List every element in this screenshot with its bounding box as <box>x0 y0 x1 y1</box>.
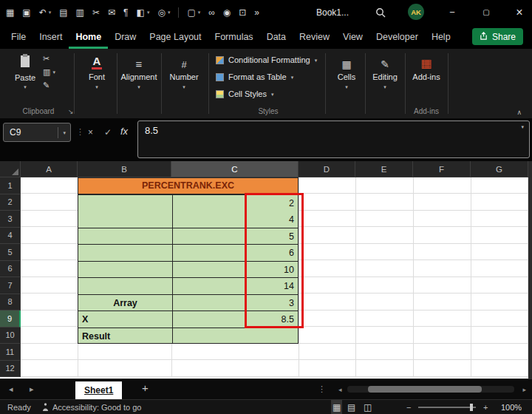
formula-bar-collapse-chevron-icon[interactable]: ▾ <box>521 124 524 129</box>
collapse-ribbon-chevron-icon[interactable]: ∧ <box>516 109 522 116</box>
zoom-slider-thumb[interactable] <box>470 404 473 411</box>
column-header-f[interactable]: F <box>413 161 471 177</box>
formula-bar-drag-handle[interactable]: ⋮ <box>76 127 84 137</box>
copy-button[interactable]: ▥ ▾ <box>43 68 55 76</box>
enter-entry-button[interactable]: ✓ <box>104 127 112 138</box>
add-sheet-button[interactable]: + <box>142 382 149 393</box>
zoom-in-button[interactable]: + <box>483 400 488 414</box>
row-header-12[interactable]: 12 <box>0 361 21 378</box>
tab-bar-menu-icon[interactable]: ⋮ <box>318 384 326 394</box>
name-box[interactable]: C9 ▾ <box>3 123 71 142</box>
row-header-8[interactable]: 8 <box>0 294 21 311</box>
more-commands-icon[interactable]: » <box>254 8 259 17</box>
tab-view[interactable]: View <box>336 24 369 49</box>
row-header-5[interactable]: 5 <box>0 244 21 261</box>
save-icon[interactable]: ▣ <box>22 8 30 17</box>
share-button[interactable]: Share <box>472 28 523 45</box>
clipboard-dialog-launcher-icon[interactable]: ↘ <box>68 108 74 115</box>
cell-b8-array-label[interactable]: Array <box>78 295 172 312</box>
select-all-button[interactable] <box>0 161 21 177</box>
cut-button[interactable]: ✂ <box>43 55 55 63</box>
column-header-a[interactable]: A <box>21 161 78 177</box>
row-header-10[interactable]: 10 <box>0 328 21 345</box>
hscroll-right-arrow-icon[interactable]: ▸ <box>522 386 526 393</box>
formatting-marks-icon[interactable]: ¶ <box>123 8 128 17</box>
undo-icon[interactable]: ↶ <box>39 8 47 17</box>
fill-color-icon[interactable]: ◧ <box>137 8 145 17</box>
insert-function-button[interactable]: fx <box>120 126 128 137</box>
close-button[interactable]: × <box>507 0 532 24</box>
column-header-g[interactable]: G <box>471 161 528 177</box>
sheet-tab-sheet1[interactable]: Sheet1 <box>75 381 122 399</box>
tab-draw[interactable]: Draw <box>108 24 143 49</box>
formula-input[interactable]: 8.5 ▾ <box>137 121 530 158</box>
row-header-11[interactable]: 11 <box>0 344 21 361</box>
column-header-b[interactable]: B <box>78 161 171 177</box>
paste-button[interactable]: Paste ▾ <box>9 53 41 89</box>
tab-help[interactable]: Help <box>425 24 457 49</box>
zoom-level[interactable]: 100% <box>501 400 522 414</box>
minimize-button[interactable]: − <box>440 0 465 24</box>
cell-area[interactable]: PERCENTRANK.EXC 2 4 5 6 10 14 3 8.5 Arra… <box>21 177 528 377</box>
zoom-slider[interactable] <box>418 407 476 408</box>
sheet-nav-right-icon[interactable]: ▸ <box>30 385 34 393</box>
row-header-1[interactable]: 1 <box>0 177 21 194</box>
number-group-button[interactable]: # Number ▾ <box>164 55 204 89</box>
column-header-c[interactable]: C <box>171 161 299 177</box>
tab-insert[interactable]: Insert <box>33 24 69 49</box>
alignment-group-button[interactable]: ≡ Alignment ▾ <box>119 55 159 89</box>
hscroll-left-arrow-icon[interactable]: ◂ <box>338 386 342 393</box>
mail-icon[interactable]: ✉ <box>108 8 115 17</box>
row-header-2[interactable]: 2 <box>0 194 21 211</box>
page-layout-view-icon[interactable]: ▤ <box>347 400 355 414</box>
new-file-icon[interactable]: ▢ <box>187 8 195 17</box>
cut-icon[interactable]: ✂ <box>92 8 100 17</box>
cancel-entry-button[interactable]: × <box>88 127 93 138</box>
print-icon[interactable]: ▤ <box>59 8 67 17</box>
camera-icon[interactable]: ◉ <box>223 8 231 17</box>
row-header-6[interactable]: 6 <box>0 261 21 278</box>
font-group-button[interactable]: A Font ▾ <box>77 55 117 89</box>
row-header-7[interactable]: 7 <box>0 277 21 294</box>
cells-group-button[interactable]: ▦ Cells ▾ <box>328 55 365 89</box>
sheet-nav-left-icon[interactable]: ◂ <box>9 385 13 393</box>
tab-developer[interactable]: Developer <box>369 24 425 49</box>
app-launcher-icon[interactable]: ▦ <box>6 8 14 17</box>
tab-home[interactable]: Home <box>69 24 108 49</box>
copy-icon[interactable]: ▥ <box>76 8 84 17</box>
horizontal-scrollbar-thumb[interactable] <box>368 386 482 393</box>
format-as-table-button[interactable]: Format as Table ▾ <box>216 72 324 81</box>
vertical-scrollbar[interactable] <box>528 161 532 379</box>
cell-b1-title[interactable]: PERCENTRANK.EXC <box>78 177 299 194</box>
cell-styles-button[interactable]: Cell Styles ▾ <box>216 89 324 98</box>
cell-b9-x-label[interactable]: X <box>78 311 172 328</box>
tab-review[interactable]: Review <box>293 24 336 49</box>
record-icon[interactable]: ◎ <box>157 8 165 17</box>
link-icon[interactable]: ∞ <box>208 8 215 17</box>
column-header-e[interactable]: E <box>355 161 413 177</box>
name-box-chevron-icon[interactable]: ▾ <box>58 130 70 135</box>
tab-formulas[interactable]: Formulas <box>208 24 260 49</box>
cell-b10-result-label[interactable]: Result <box>78 328 172 345</box>
fill-color-chevron-icon[interactable]: ▾ <box>147 10 150 15</box>
normal-view-icon[interactable]: ▦ <box>331 400 342 414</box>
page-break-view-icon[interactable]: ◫ <box>364 400 372 414</box>
screen-clip-icon[interactable]: ⊡ <box>239 8 246 17</box>
zoom-out-button[interactable]: − <box>406 400 411 414</box>
tab-data[interactable]: Data <box>260 24 293 49</box>
avatar[interactable]: AK <box>408 4 424 20</box>
editing-group-button[interactable]: ✎ Editing ▾ <box>366 55 403 89</box>
record-chevron-icon[interactable]: ▾ <box>168 10 171 15</box>
tab-file[interactable]: File <box>4 24 33 49</box>
undo-dropdown-chevron-icon[interactable]: ▾ <box>49 10 52 15</box>
accessibility-status[interactable]: Accessibility: Good to go <box>52 400 141 414</box>
restore-button[interactable]: ▢ <box>474 0 499 24</box>
row-header-3[interactable]: 3 <box>0 211 21 228</box>
new-file-chevron-icon[interactable]: ▾ <box>198 10 201 15</box>
column-header-d[interactable]: D <box>299 161 355 177</box>
tab-page-layout[interactable]: Page Layout <box>143 24 208 49</box>
row-header-4[interactable]: 4 <box>0 228 21 245</box>
format-painter-button[interactable]: ✎ <box>43 81 55 89</box>
addins-button[interactable]: ▦ Add-ins <box>406 55 446 81</box>
horizontal-scrollbar[interactable] <box>347 386 514 393</box>
